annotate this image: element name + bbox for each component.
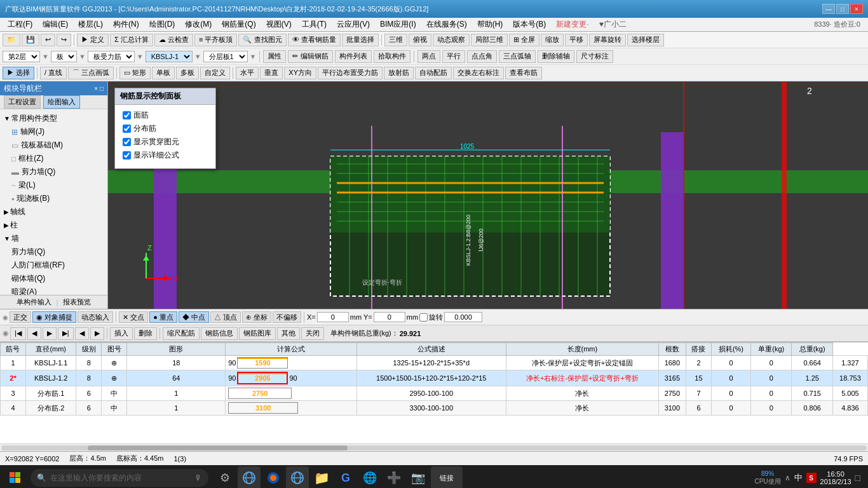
btn-other[interactable]: 其他 — [277, 327, 300, 340]
btn-redo[interactable]: ↪ — [57, 34, 71, 46]
component-type-select[interactable]: 板 — [51, 51, 77, 62]
menu-file[interactable]: 工程(F) — [3, 18, 37, 31]
viewport[interactable]: 1025 KBSLJ-1.2:B8@200 ⅠJ6@200 2 — [108, 81, 868, 309]
menu-newchange[interactable]: 新建变更· — [551, 18, 593, 31]
btn-close[interactable]: 关闭 — [301, 327, 324, 340]
btn-horizontal[interactable]: 水平 — [236, 67, 259, 79]
snap-ortho[interactable]: 正交 — [10, 311, 31, 323]
notification-btn[interactable]: □ — [855, 473, 860, 483]
menu-view[interactable]: 视图(V) — [261, 18, 297, 31]
table-row[interactable]: 3 分布筋.1 6 中 1 2750 2950-100-100 净长 2750 … — [1, 386, 868, 401]
taskbar-app-plus[interactable]: ➕ — [383, 466, 405, 488]
menu-edit[interactable]: 编辑(E) — [37, 18, 73, 31]
canvas-area[interactable]: 1025 KBSLJ-1.2:B8@200 ⅠJ6@200 2 — [108, 81, 868, 309]
btn-project-setup[interactable]: 工程设置 — [4, 95, 41, 109]
btn-screenrotate[interactable]: 屏幕旋转 — [589, 34, 626, 46]
btn-dimlabel[interactable]: 尺寸标注 — [576, 50, 613, 63]
btn-twopoint[interactable]: 两点 — [417, 50, 440, 63]
btn-last[interactable]: ▶| — [58, 327, 74, 340]
tree-common-types[interactable]: ▼ 常用构件类型 — [1, 112, 106, 125]
btn-report-preview[interactable]: 报表预览 — [63, 297, 91, 307]
btn-parallel-edge[interactable]: 平行边布置受力筋 — [318, 67, 383, 79]
tree-col[interactable]: □ 框柱(Z) — [1, 152, 106, 165]
btn-singleslab[interactable]: 单板 — [152, 67, 175, 79]
btn-zoom[interactable]: 缩放 — [541, 34, 564, 46]
tree-wall-civil[interactable]: 人防门框墙(RF) — [1, 259, 106, 272]
taskbar-app-browser[interactable] — [262, 466, 285, 488]
btn-delete[interactable]: 删除 — [134, 327, 157, 340]
tree-axisline[interactable]: ▶ 轴线 — [1, 205, 106, 219]
btn-xy[interactable]: XY方向 — [284, 67, 316, 79]
btn-multislab[interactable]: 多板 — [176, 67, 199, 79]
taskbar-app-folder[interactable]: 📁 — [310, 466, 333, 488]
tree-walls[interactable]: ▼ 墙 — [1, 232, 106, 245]
btn-local3d[interactable]: 局部三维 — [471, 34, 508, 46]
btn-define[interactable]: ▶ 定义 — [77, 34, 109, 46]
menu-bim[interactable]: BIM应用(I) — [375, 18, 421, 31]
btn-findelement[interactable]: 🔍 查找图元 — [238, 34, 286, 46]
floor-select[interactable]: 第2层 — [3, 51, 40, 62]
table-row[interactable]: 2* KBSLJ-1.2 8 ⊕ 64 90 2905 90 1500+1500… — [1, 370, 868, 386]
menu-rebar[interactable]: 钢筋量(Q) — [217, 18, 261, 31]
btn-selectfloor[interactable]: 选择楼层 — [627, 34, 664, 46]
table-row[interactable]: 4 分布筋.2 6 中 1 3100 3300-100-100 净长 3100 … — [1, 401, 868, 416]
btn-swaplabel[interactable]: 交换左右标注 — [453, 67, 504, 79]
btn-save[interactable]: 💾 — [22, 34, 39, 46]
btn-aligntop[interactable]: ≡ 平齐板顶 — [194, 34, 237, 46]
ime-icon[interactable]: 中 — [794, 472, 803, 484]
layer-code-select[interactable]: KBSLJ-1 — [146, 51, 193, 62]
menu-component[interactable]: 构件(N) — [108, 18, 144, 31]
btn-line[interactable]: / 直线 — [40, 67, 67, 79]
btn-property[interactable]: 属性 — [263, 50, 286, 63]
btn-undo[interactable]: ↩ — [41, 34, 55, 46]
menu-cloud[interactable]: 云应用(V) — [332, 18, 375, 31]
btn-3d[interactable]: 三维 — [384, 34, 407, 46]
btn-draw-input[interactable]: 绘图输入 — [43, 95, 80, 109]
btn-componentlist[interactable]: 构件列表 — [335, 50, 372, 63]
checkbox-dist[interactable] — [123, 125, 131, 133]
taskbar-app-camera[interactable]: 📷 — [407, 466, 430, 488]
input-rotate[interactable] — [444, 312, 482, 322]
snap-center[interactable]: ◆ 中点 — [179, 311, 209, 323]
rebar-type-select[interactable]: 板受力筋 — [88, 51, 135, 62]
btn-new[interactable]: 📁 — [3, 34, 20, 46]
win-minimize-btn[interactable]: — — [822, 4, 835, 14]
btn-radial[interactable]: 放射筋 — [384, 67, 414, 79]
checkbox-formula[interactable] — [123, 151, 131, 159]
menu-help[interactable]: 帮助(H) — [472, 18, 508, 31]
snap-nooffset[interactable]: 不偏移 — [273, 311, 301, 323]
input-x[interactable] — [317, 312, 349, 322]
menu-floor[interactable]: 楼层(L) — [73, 18, 108, 31]
btn-orbit[interactable]: 动态观察 — [433, 34, 470, 46]
menu-online[interactable]: 在线服务(S) — [421, 18, 472, 31]
taskbar-app-g[interactable]: G — [334, 466, 357, 488]
btn-prev2[interactable]: ◀ — [75, 327, 89, 340]
tree-columns[interactable]: ▶ 柱 — [1, 219, 106, 232]
btn-cloudcheck[interactable]: ☁ 云检查 — [154, 34, 193, 46]
btn-pointangle[interactable]: 点点角 — [467, 50, 497, 63]
taskbar-app-settings[interactable]: ⚙ — [214, 466, 236, 488]
checkbox-rotate[interactable] — [419, 313, 428, 322]
btn-rect[interactable]: ▭ 矩形 — [119, 67, 151, 79]
tree-wall-darkbeam[interactable]: 暗梁(A) — [1, 285, 106, 295]
clock[interactable]: 16:50 2018/2/13 — [820, 470, 851, 485]
btn-select[interactable]: ▶ 选择 — [3, 67, 34, 79]
input-y[interactable] — [374, 312, 405, 322]
menu-assistant[interactable]: ♥广小二 — [594, 18, 632, 31]
tree-castslab[interactable]: ▪ 现浇板(B) — [1, 192, 106, 205]
btn-rebarlibrary[interactable]: 钢筋图库 — [239, 327, 276, 340]
win-maximize-btn[interactable]: □ — [836, 4, 849, 14]
snap-object[interactable]: ◉ 对象捕捉 — [32, 311, 76, 323]
btn-autoconfigure[interactable]: 自动配筋 — [415, 67, 452, 79]
btn-scale[interactable]: 缩尺配筋 — [163, 327, 200, 340]
btn-editrebar[interactable]: ✏ 编辑钢筋 — [288, 50, 332, 63]
layer-name-select[interactable]: 分层板1 — [203, 51, 248, 62]
btn-pan[interactable]: 平移 — [565, 34, 588, 46]
sidebar-controls[interactable]: × □ — [94, 85, 104, 92]
table-row[interactable]: 1 KBSLJ-1.1 8 ⊕ 18 90 1590 1325-15+120-2… — [1, 356, 868, 370]
btn-pick[interactable]: 拾取构件 — [374, 50, 410, 63]
btn-viewlayout[interactable]: 查看布筋 — [505, 67, 542, 79]
btn-rebarinfo[interactable]: 钢筋信息 — [201, 327, 238, 340]
tree-axis[interactable]: ⊞ 轴网(J) — [1, 125, 106, 139]
menu-tools[interactable]: 工具(T) — [297, 18, 332, 31]
